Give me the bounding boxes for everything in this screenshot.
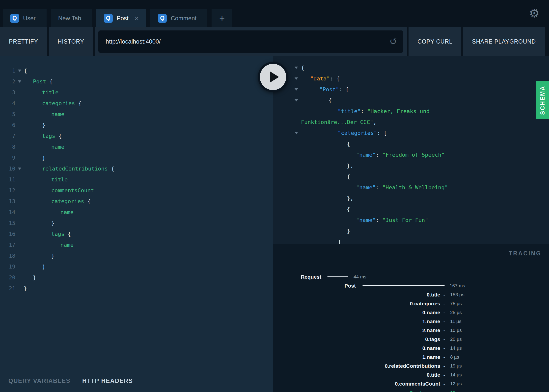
token: title: [42, 89, 58, 96]
token: Post: [33, 78, 46, 85]
tracing-dash: -: [442, 299, 446, 308]
tab-post[interactable]: QPost×: [96, 9, 146, 27]
editor-line[interactable]: 10relatedContributions {: [0, 163, 273, 174]
token: "data": [310, 75, 330, 82]
tracing-row: 0.commentsCount12 µs-: [273, 379, 549, 388]
token: "name": [356, 152, 376, 158]
fold-arrow-icon[interactable]: [18, 168, 21, 170]
settings-gear-icon[interactable]: ⚙: [529, 7, 540, 19]
editor-line[interactable]: 13categories {: [0, 196, 273, 207]
tracing-label: 0.categories: [410, 388, 440, 392]
query-editor[interactable]: 1{2Post {3title4categories {5name6}7tags…: [0, 65, 273, 294]
editor-line[interactable]: 11title: [0, 174, 273, 185]
tab-comment[interactable]: QComment: [150, 9, 207, 27]
graphql-query-badge: Q: [104, 14, 113, 23]
execute-query-button[interactable]: [258, 62, 288, 92]
token: }: [24, 285, 27, 292]
code-text: tags {: [24, 231, 71, 237]
fold-arrow-icon[interactable]: [295, 99, 298, 101]
share-playground-button[interactable]: SHARE PLAYGROUND: [463, 27, 545, 56]
editor-line[interactable]: 5name: [0, 109, 273, 120]
tracing-row: 0.title153 µs-: [273, 290, 549, 299]
token: }: [33, 274, 36, 281]
json-text: Funktionäre...Der CCC",: [301, 119, 377, 125]
editor-line[interactable]: 7tags {: [0, 130, 273, 141]
code-text: title: [24, 89, 58, 96]
editor-line[interactable]: 6}: [0, 120, 273, 130]
history-button[interactable]: HISTORY: [49, 27, 93, 56]
editor-line[interactable]: 2Post {: [0, 76, 273, 87]
editor-line[interactable]: 17name: [0, 239, 273, 250]
json-text: "data": {: [301, 75, 340, 82]
tracing-dash: -: [442, 326, 446, 335]
reload-icon[interactable]: ↺: [389, 37, 397, 46]
fold-arrow-icon[interactable]: [18, 70, 21, 72]
fold-arrow-icon[interactable]: [295, 132, 298, 134]
tab-user[interactable]: QUser: [3, 9, 47, 27]
query-variables-tab[interactable]: QUERY VARIABLES: [8, 377, 70, 384]
fold-arrow-icon[interactable]: [295, 67, 298, 69]
editor-line[interactable]: 19}: [0, 261, 273, 272]
json-text: {: [301, 141, 350, 147]
tracing-label: Request: [301, 272, 321, 281]
editor-line[interactable]: 8name: [0, 141, 273, 152]
response-line: Funktionäre...Der CCC",: [273, 117, 549, 127]
editor-line[interactable]: 16tags {: [0, 228, 273, 239]
tracing-time: 19 µs: [450, 362, 462, 370]
tracing-label: 0.commentsCount: [395, 379, 440, 388]
editor-line[interactable]: 4categories {: [0, 98, 273, 109]
tracing-label: 0.title: [427, 290, 440, 299]
prettify-button[interactable]: PRETTIFY: [0, 27, 47, 56]
query-editor-pane[interactable]: 1{2Post {3title4categories {5name6}7tags…: [0, 56, 273, 392]
line-number: 7: [0, 133, 15, 139]
token: ]: [338, 239, 341, 244]
line-number: 15: [0, 220, 15, 226]
tracing-dash: -: [442, 335, 446, 344]
url-input[interactable]: http://localhost:4000/ ↺: [98, 30, 404, 53]
code-text: }: [24, 122, 45, 128]
code-text: name: [24, 242, 74, 248]
code-text: }: [24, 264, 45, 270]
tracing-time: 10 µs: [450, 326, 462, 335]
tab-new-tab[interactable]: New Tab: [51, 9, 92, 27]
fold-arrow-icon[interactable]: [18, 80, 21, 83]
editor-line[interactable]: 21}: [0, 283, 273, 294]
editor-line[interactable]: 14name: [0, 207, 273, 218]
line-number: 19: [0, 264, 15, 270]
token: {: [55, 133, 62, 139]
line-number: 9: [0, 155, 15, 161]
schema-tab[interactable]: SCHEMA: [536, 81, 549, 119]
tracing-label: Post: [344, 281, 356, 290]
response-line: },: [273, 160, 549, 171]
http-headers-tab[interactable]: HTTP HEADERS: [82, 377, 133, 384]
response-line: },: [273, 193, 549, 204]
tab-label: User: [23, 15, 39, 22]
graphql-query-badge: Q: [158, 14, 167, 23]
editor-line[interactable]: 12commentsCount: [0, 185, 273, 196]
tracing-bar: [327, 276, 348, 277]
line-number: 12: [0, 187, 15, 194]
tracing-time: 8 µs: [450, 353, 459, 362]
copy-curl-button[interactable]: COPY CURL: [409, 27, 461, 56]
close-tab-icon[interactable]: ×: [135, 15, 139, 22]
add-tab-button[interactable]: +: [212, 9, 232, 27]
fold-arrow-icon[interactable]: [295, 77, 298, 80]
editor-line[interactable]: 3title: [0, 87, 273, 98]
editor-line[interactable]: 1{: [0, 65, 273, 76]
tracing-dash: -: [442, 308, 446, 317]
token: "Hacker, Freaks und: [367, 108, 430, 114]
tracing-dash: -: [442, 370, 446, 379]
editor-line[interactable]: 9}: [0, 152, 273, 163]
line-number: 2: [0, 78, 15, 85]
token: }: [42, 264, 45, 270]
line-number: 16: [0, 231, 15, 237]
editor-line[interactable]: 18}: [0, 250, 273, 261]
tracing-row: 1.name11 µs-: [273, 317, 549, 326]
editor-line[interactable]: 15}: [0, 218, 273, 228]
fold-gutter: [273, 99, 301, 101]
editor-line[interactable]: 20}: [0, 272, 273, 283]
fold-arrow-icon[interactable]: [295, 88, 298, 91]
token: }: [42, 155, 45, 161]
token: : [: [377, 130, 387, 136]
response-line: "Post": [: [273, 84, 549, 95]
